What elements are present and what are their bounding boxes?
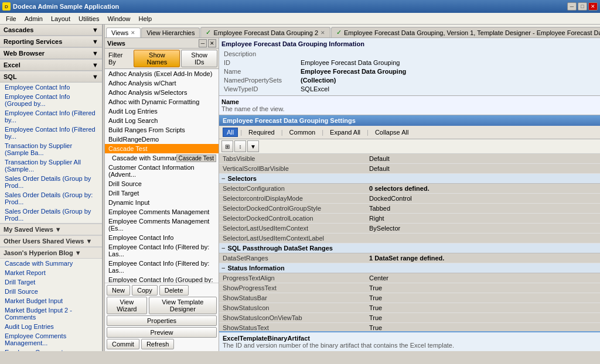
- tab-forecast1[interactable]: ✓ Employee Forecast Data Grouping 2 ✕: [200, 27, 330, 37]
- sidebar-item-emp-comments-mgmt2[interactable]: Employee Comments Management: [0, 348, 102, 351]
- sidebar-item-market-budget[interactable]: Market Budget Input: [0, 296, 102, 305]
- view-item-cascade-summary2[interactable]: Cascade TestCascade with Summary: [105, 153, 219, 163]
- tab-forecast2[interactable]: ✓ Employee Forecast Data Grouping, Versi…: [331, 27, 600, 37]
- minimize-button[interactable]: ─: [567, 2, 577, 11]
- sidebar-section-sql: SQL ▼ Employee Contact Info Employee Con…: [0, 71, 102, 224]
- menu-utilities[interactable]: Utilities: [75, 14, 103, 23]
- view-item-dynamic-input[interactable]: Dynamic Input: [105, 198, 219, 207]
- view-item-drill-source2[interactable]: Drill Source: [105, 179, 219, 188]
- preview-button[interactable]: Preview: [107, 327, 217, 338]
- view-item-adhoc-dynamic[interactable]: Adhoc with Dynamic Formatting: [105, 97, 219, 107]
- view-item-adhoc-chart[interactable]: Adhoc Analysis w/Chart: [105, 78, 219, 88]
- sidebar-header-excel[interactable]: Excel ▼: [0, 60, 102, 71]
- settings-value-dataset[interactable]: 1 DataSet range defined.: [366, 253, 600, 263]
- sidebar-item-sales2[interactable]: Sales Order Details (Group by: Prod...: [0, 190, 102, 207]
- maximize-button[interactable]: □: [578, 2, 587, 11]
- view-item-build-ranges[interactable]: Build Ranges From Scripts: [105, 125, 219, 135]
- settings-tab-required[interactable]: Required: [244, 128, 279, 137]
- view-item-adhoc-excel[interactable]: Adhoc Analysis (Excel Add-In Mode): [105, 69, 219, 78]
- settings-value-show-status-bar[interactable]: True: [366, 293, 600, 303]
- sidebar-item-employee-grouped[interactable]: Employee Contact Info (Grouped by...: [0, 92, 102, 108]
- menu-help[interactable]: Help: [135, 14, 156, 23]
- sidebar-item-sales3[interactable]: Sales Order Details (Group by Prod...: [0, 207, 102, 223]
- new-button[interactable]: New: [107, 285, 130, 296]
- close-button[interactable]: ✕: [588, 2, 598, 11]
- settings-value-tabs[interactable]: Default: [366, 154, 600, 163]
- properties-button[interactable]: Properties: [107, 315, 217, 326]
- settings-value-sel-group[interactable]: Tabbed: [366, 204, 600, 213]
- menu-file[interactable]: File: [2, 14, 20, 23]
- sidebar-item-drill-target[interactable]: Drill Target: [0, 277, 102, 287]
- settings-tab-all[interactable]: All: [223, 128, 238, 137]
- view-item-audit-entries[interactable]: Audit Log Entries: [105, 107, 219, 116]
- settings-value-sel-location[interactable]: Right: [366, 214, 600, 223]
- sidebar-item-transaction-all[interactable]: Transaction by Supplier All (Sample...: [0, 157, 102, 174]
- menu-layout[interactable]: Layout: [47, 14, 74, 23]
- show-ids-button[interactable]: Show IDs: [181, 50, 217, 67]
- info-label-viewtype: ViewTypeID: [221, 85, 298, 93]
- sidebar-header-sql[interactable]: SQL ▼: [0, 71, 102, 83]
- refresh-button[interactable]: Refresh: [141, 339, 175, 349]
- settings-tab-expand[interactable]: Expand All: [326, 128, 364, 137]
- view-item-emp-contact-filt2[interactable]: Employee Contact Info (Filtered by: Las.…: [105, 259, 219, 275]
- sidebar-item-market-budget2[interactable]: Market Budget Input 2 - Comments: [0, 305, 102, 322]
- menu-window[interactable]: Window: [104, 14, 134, 23]
- view-item-build-range-demo[interactable]: BuildRangeDemo: [105, 135, 219, 144]
- panel-pin-btn[interactable]: ─: [199, 39, 207, 47]
- settings-value-sel-context[interactable]: BySelector: [366, 224, 600, 233]
- sidebar-header-web[interactable]: Web Browser ▼: [0, 48, 102, 59]
- settings-value-show-status-tab[interactable]: True: [366, 313, 600, 322]
- settings-tab-collapse[interactable]: Collapse All: [371, 128, 412, 137]
- sidebar-item-market-report[interactable]: Market Report: [0, 268, 102, 277]
- show-names-button[interactable]: Show Names: [134, 50, 180, 67]
- view-item-emp-comments-es[interactable]: Employee Comments Management (Es...: [105, 217, 219, 233]
- view-item-cascade-test[interactable]: Cascade Test: [105, 144, 219, 153]
- view-wizard-button[interactable]: View Wizard: [107, 297, 147, 314]
- settings-row-show-status-tab: ShowStatusIconOnViewTab True: [219, 313, 600, 323]
- settings-sort-icon[interactable]: ↕: [234, 140, 246, 152]
- settings-value-sel-config[interactable]: 0 selectors defined.: [366, 184, 600, 193]
- sidebar-item-audit-log[interactable]: Audit Log Entries: [0, 322, 102, 331]
- chevron-other-shared: ▼: [86, 238, 92, 245]
- view-item-emp-contact-filt1[interactable]: Employee Contact Info (Filtered by: Las.…: [105, 242, 219, 259]
- settings-value-sel-display[interactable]: DockedControl: [366, 194, 600, 203]
- settings-grid-icon[interactable]: ⊞: [221, 140, 233, 152]
- commit-button[interactable]: Commit: [107, 339, 139, 349]
- copy-button[interactable]: Copy: [132, 285, 158, 296]
- panel-close-btn[interactable]: ✕: [208, 39, 216, 47]
- tab-forecast1-close[interactable]: ✕: [321, 30, 325, 36]
- tab-hierarchies[interactable]: View Hierarchies: [141, 28, 200, 37]
- settings-value-sel-context-lbl[interactable]: [366, 233, 600, 243]
- view-item-audit-search[interactable]: Audit Log Search: [105, 116, 219, 125]
- view-item-emp-contact[interactable]: Employee Contact Info: [105, 233, 219, 242]
- tab-views-close[interactable]: ✕: [131, 30, 135, 36]
- sidebar-item-employee-filtered1[interactable]: Employee Contact Info (Filtered by...: [0, 108, 102, 125]
- menu-admin[interactable]: Admin: [21, 14, 46, 23]
- sidebar-item-drill-source[interactable]: Drill Source: [0, 287, 102, 296]
- settings-label-vscroll: VerticalScrollBarVisible: [219, 164, 366, 173]
- sidebar-item-employee-contact[interactable]: Employee Contact Info: [0, 83, 102, 92]
- view-template-designer-button[interactable]: View Template Designer: [149, 297, 217, 314]
- view-item-drill-target2[interactable]: Drill Target: [105, 188, 219, 198]
- settings-value-show-status-icon[interactable]: True: [366, 303, 600, 313]
- sidebar-header-reporting[interactable]: Reporting Services ▼: [0, 36, 102, 47]
- view-item-customer[interactable]: Customer Contact Information (Advent...: [105, 163, 219, 179]
- settings-filter-icon[interactable]: ▼: [247, 140, 259, 152]
- sidebar-item-sales1[interactable]: Sales Order Details (Group by Prod...: [0, 174, 102, 190]
- delete-button[interactable]: Delete: [159, 285, 189, 296]
- settings-value-vscroll[interactable]: Default: [366, 164, 600, 173]
- view-item-adhoc-selectors[interactable]: Adhoc Analysis w/Selectors: [105, 88, 219, 97]
- settings-value-show-prog[interactable]: True: [366, 283, 600, 293]
- tab-views[interactable]: Views ✕: [106, 28, 141, 37]
- sidebar-item-transaction-supplier[interactable]: Transaction by Supplier (Sample Ba...: [0, 141, 102, 157]
- sidebar-header-cascades[interactable]: Cascades ▼: [0, 25, 102, 36]
- view-item-emp-comments[interactable]: Employee Comments Management: [105, 207, 219, 217]
- sidebar-item-employee-filtered2[interactable]: Employee Contact Info (Filtered by...: [0, 125, 102, 141]
- sidebar-item-emp-comments-mgmt1[interactable]: Employee Comments Management...: [0, 331, 102, 348]
- settings-value-show-status-text[interactable]: True: [366, 323, 600, 331]
- settings-value-prog-align[interactable]: Center: [366, 273, 600, 283]
- settings-row-sel-context-label: SelectorLastUsedItemContextLabel: [219, 233, 600, 243]
- sidebar-item-cascade-summary[interactable]: Cascade with Summary: [0, 259, 102, 268]
- view-item-emp-contact-grp[interactable]: Employee Contact Info (Grouped by: Jo...: [105, 275, 219, 283]
- settings-tab-common[interactable]: Common: [285, 128, 320, 137]
